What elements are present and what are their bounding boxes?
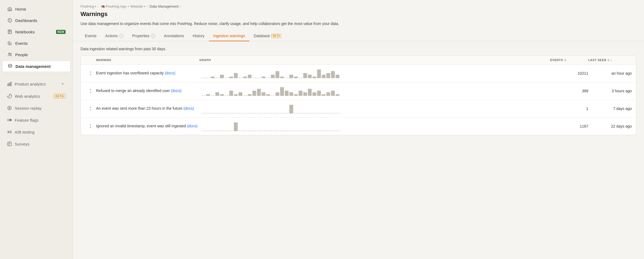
last-seen-2: 3 hours ago [588, 89, 632, 93]
row-toggle-2[interactable]: ▲ ▼ [85, 88, 96, 94]
sidebar-item-label-events: Events [15, 41, 66, 46]
chevron-up-icon: ▲ [89, 123, 92, 126]
sidebar-item-notebooks[interactable]: Notebooks NEW [2, 26, 70, 37]
sidebar-item-dashboards[interactable]: Dashboards [2, 15, 70, 26]
row-toggle-4[interactable]: ▲ ▼ [85, 123, 96, 129]
sidebar-item-web-analytics[interactable]: Web analytics BETA [2, 91, 70, 101]
graph-cell-1 [199, 68, 550, 78]
header-graph: GRAPH [199, 58, 550, 62]
sidebar-item-session-replay[interactable]: Session replay [2, 103, 70, 113]
ab-test-icon [7, 130, 12, 134]
sidebar-item-label-notebooks: Notebooks [15, 30, 53, 34]
breadcrumb-sep-3: / [180, 4, 181, 8]
last-seen-sort-icon: ⇅ [607, 59, 610, 62]
properties-info-icon: i [151, 34, 155, 38]
chevron-down-icon-row4: ▼ [89, 126, 92, 129]
breadcrumb-posthog[interactable]: PostHog ▾ [81, 4, 96, 8]
warning-text-3: An event was sent more than 23 hours in … [96, 106, 199, 111]
sidebar-item-people[interactable]: People [2, 49, 70, 60]
svg-point-3 [9, 53, 10, 54]
breadcrumb-posthog-label: PostHog [81, 4, 94, 8]
last-seen-4: 22 days ago [588, 124, 632, 128]
warning-text-2: Refused to merge an already identified u… [96, 88, 199, 94]
warning-text-4: Ignored an invalid timestamp, event was … [96, 124, 199, 129]
sidebar-item-home[interactable]: Home [2, 4, 70, 14]
svg-point-2 [9, 43, 11, 44]
docs-link-2[interactable]: (docs) [171, 89, 182, 93]
events-icon [7, 40, 13, 46]
table-row: ▲ ▼ Ignored an invalid timestamp, event … [81, 118, 636, 135]
chevron-up-icon: ▲ [89, 106, 92, 109]
sidebar-item-data-management[interactable]: Data management [2, 61, 70, 72]
table-header: WARNING GRAPH EVENTS ⇅ LAST SEEN ⇅ ↓ [81, 56, 636, 65]
add-analytics-button[interactable]: + [60, 81, 66, 87]
breadcrumb-project[interactable]: 🦔 PostHog App + Website ▾ [101, 4, 145, 8]
home-icon [7, 6, 13, 12]
chevron-down-icon-2: ▾ [144, 5, 145, 8]
sidebar-section-label-session-replay: Session replay [15, 106, 66, 110]
header-last-seen[interactable]: LAST SEEN ⇅ ↓ [588, 58, 632, 62]
sidebar-section-label-feature-flags: Feature flags [15, 118, 66, 122]
content-area: Data ingestion related warnings from pas… [73, 41, 644, 259]
sidebar-divider [4, 74, 68, 75]
sidebar-item-label-home: Home [15, 7, 66, 11]
chevron-down-icon: ▾ [95, 5, 96, 8]
docs-link-1[interactable]: (docs) [165, 71, 175, 75]
sidebar: Home Dashboards Notebooks NEW [0, 0, 73, 259]
events-count-2: 389 [550, 89, 588, 93]
main-content: PostHog ▾ / 🦔 PostHog App + Website ▾ / … [73, 0, 644, 259]
docs-link-3[interactable]: (docs) [183, 106, 194, 110]
sidebar-section-label-ab-testing: A/B testing [15, 130, 66, 134]
play-circle-icon [7, 106, 12, 110]
events-count-4: 1167 [550, 124, 588, 128]
table-row: ▲ ▼ Event ingestion has overflowed capac… [81, 65, 636, 82]
breadcrumb-sep-1: / [98, 4, 99, 8]
tab-annotations[interactable]: Annotations [160, 31, 188, 41]
graph-cell-4 [199, 121, 550, 131]
chevron-down-icon-row3: ▼ [89, 109, 92, 112]
tab-events[interactable]: Events [81, 31, 101, 41]
svg-rect-6 [8, 84, 8, 86]
svg-rect-7 [9, 83, 10, 86]
last-seen-1: an hour ago [588, 71, 632, 75]
row-toggle-1[interactable]: ▲ ▼ [85, 70, 96, 76]
header-warning: WARNING [96, 58, 199, 62]
table-row: ▲ ▼ Refused to merge an already identifi… [81, 82, 636, 100]
header-events[interactable]: EVENTS ⇅ [550, 58, 588, 62]
breadcrumb-hedgehog-emoji: 🦔 [101, 4, 105, 8]
row-toggle-3[interactable]: ▲ ▼ [85, 106, 96, 112]
svg-point-5 [8, 64, 12, 66]
tab-ingestion-warnings[interactable]: Ingestion warnings [209, 31, 249, 41]
sidebar-item-product-analytics[interactable]: Product analytics + [2, 79, 70, 89]
tab-actions[interactable]: Actions i [101, 31, 128, 41]
section-description: Data ingestion related warnings from pas… [81, 47, 636, 51]
table-row: ▲ ▼ An event was sent more than 23 hours… [81, 100, 636, 118]
sidebar-item-label-dashboards: Dashboards [15, 18, 66, 23]
breadcrumb-sep-2: / [147, 4, 148, 8]
beta-badge-web-analytics: BETA [54, 94, 66, 98]
bar-chart-icon [7, 81, 12, 86]
chevron-up-icon: ▲ [89, 70, 92, 73]
tab-history[interactable]: History [188, 31, 209, 41]
breadcrumb: PostHog ▾ / 🦔 PostHog App + Website ▾ / … [73, 0, 644, 10]
docs-link-4[interactable]: (docs) [187, 124, 198, 128]
tab-database[interactable]: Database BETA [249, 31, 286, 41]
tab-properties[interactable]: Properties i [128, 31, 160, 41]
events-count-3: 1 [550, 106, 588, 111]
sidebar-item-feature-flags[interactable]: Feature flags [2, 115, 70, 125]
tabs-nav: Events Actions i Properties i Annotation… [73, 31, 644, 41]
people-icon [7, 52, 13, 57]
chevron-down-icon-row1: ▼ [89, 73, 92, 76]
pie-chart-icon [7, 94, 12, 99]
surveys-icon [7, 141, 12, 146]
warning-text-1: Event ingestion has overflowed capacity … [96, 71, 199, 76]
notebook-icon [7, 29, 13, 34]
sidebar-item-surveys[interactable]: Surveys [2, 139, 70, 149]
warnings-table: WARNING GRAPH EVENTS ⇅ LAST SEEN ⇅ ↓ ▲ ▼ [81, 55, 636, 135]
events-count-1: 10211 [550, 71, 588, 75]
sidebar-item-events[interactable]: Events [2, 38, 70, 49]
header-toggle [85, 58, 96, 62]
sidebar-item-ab-testing[interactable]: A/B testing [2, 127, 70, 137]
breadcrumb-data-management[interactable]: Data Management [150, 4, 179, 8]
chevron-down-icon-row2: ▼ [89, 91, 92, 94]
